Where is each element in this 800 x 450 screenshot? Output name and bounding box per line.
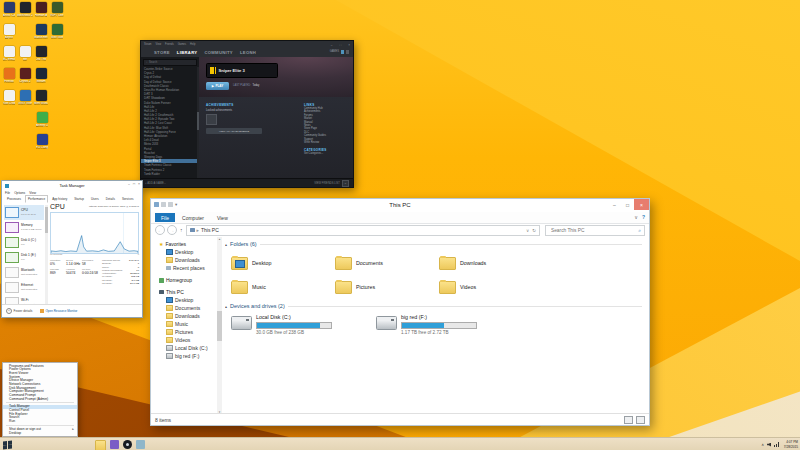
desktop-icon[interactable]: BioShock 2 xyxy=(17,2,33,23)
collapse-group-icon[interactable]: ▴ xyxy=(225,242,227,247)
drive-tile[interactable]: Local Disk (C:) 30.0 GB free of 238 GB xyxy=(231,314,332,335)
nav-homegroup[interactable]: Homegroup xyxy=(151,276,217,284)
tm-tab[interactable]: Details xyxy=(103,195,118,203)
close-icon[interactable]: × xyxy=(348,43,350,47)
desktop-icon[interactable]: Abject xyxy=(1,24,17,45)
folder-tile[interactable]: Desktop xyxy=(231,251,335,275)
list-view-icon[interactable] xyxy=(346,50,350,54)
desktop-icon[interactable]: Dia Trol xyxy=(33,46,49,67)
add-game-button[interactable]: + ADD A GAME... xyxy=(145,182,166,185)
tm-tab[interactable]: Performance xyxy=(25,195,48,203)
desktop-icon[interactable]: EU Lang xyxy=(34,134,50,155)
collapse-group-icon[interactable]: ▴ xyxy=(225,304,227,309)
desktop-icon[interactable]: RIFT Lite xyxy=(49,2,65,23)
winx-menu-item[interactable]: Shut down or sign out xyxy=(3,428,77,432)
resource-monitor-link[interactable]: Open Resource Monitor xyxy=(40,309,77,313)
nav-item[interactable]: Desktop xyxy=(151,296,217,304)
help-icon[interactable]: ? xyxy=(642,214,645,220)
steam-menu-item[interactable]: Games xyxy=(178,43,186,46)
nav-item[interactable]: Downloads xyxy=(151,312,217,320)
drive-tile[interactable]: big red (F:) 1.17 TB free of 2.72 TB xyxy=(376,314,477,335)
desktop-icon[interactable]: Mini Wiza xyxy=(33,90,49,111)
folder-tile[interactable]: Documents xyxy=(335,251,439,275)
steam-menu-item[interactable]: Steam xyxy=(144,43,152,46)
steam-menu-item[interactable]: View xyxy=(156,43,162,46)
tm-tab[interactable]: Users xyxy=(88,195,102,203)
minimize-icon[interactable]: – xyxy=(331,43,333,47)
set-categories-link[interactable]: Set Categories... xyxy=(304,152,350,155)
winx-menu-item[interactable]: Run xyxy=(3,420,77,424)
nav-item[interactable]: Recent places xyxy=(151,264,217,272)
nav-item[interactable]: Documents xyxy=(151,304,217,312)
steam-nav-item[interactable]: LEONH xyxy=(240,50,256,55)
tm-sidebar-item[interactable]: Bluetooth Not connected xyxy=(4,265,44,280)
taskbar-steam-icon[interactable] xyxy=(123,440,132,449)
close-icon[interactable]: × xyxy=(138,182,140,186)
ribbon-tab[interactable]: Computer xyxy=(176,213,210,222)
minimize-icon[interactable]: – xyxy=(608,199,621,210)
nav-scrollbar[interactable]: ▴ ▾ xyxy=(217,237,222,414)
folder-tile[interactable]: Music xyxy=(231,275,335,299)
start-button[interactable] xyxy=(3,440,12,449)
close-icon[interactable]: × xyxy=(634,199,649,210)
fewer-details-button[interactable]: « Fewer details xyxy=(6,308,32,314)
minimize-icon[interactable]: – xyxy=(128,182,130,186)
nav-item[interactable]: Music xyxy=(151,320,217,328)
folder-tile[interactable]: Downloads xyxy=(439,251,543,275)
tray-expand-icon[interactable]: ∧ xyxy=(761,442,764,447)
tm-tab[interactable]: App history xyxy=(49,195,70,203)
back-button[interactable]: ← xyxy=(155,225,165,235)
steam-menu-item[interactable]: Help xyxy=(190,43,195,46)
maximize-icon[interactable]: □ xyxy=(339,43,341,47)
folders-group-header[interactable]: ▴ Folders (6) xyxy=(225,239,648,249)
winx-menu-item[interactable]: Desktop xyxy=(3,432,77,436)
tm-sidebar-item[interactable]: CPU 0% 1.14 GHz xyxy=(4,205,44,220)
nav-this-pc[interactable]: This PC xyxy=(151,288,217,296)
desktop-icon[interactable]: Steam xyxy=(33,68,49,89)
desktop-icon[interactable]: Battle.net xyxy=(33,24,49,45)
tm-sidebar-item[interactable]: Memory 1.6/16.0 GB (10%) xyxy=(4,220,44,235)
view-achievements-button[interactable]: VIEW ALL ACHIEVEMENTS xyxy=(206,128,262,134)
network-icon[interactable] xyxy=(774,442,779,447)
ribbon-tab[interactable]: File xyxy=(155,213,175,222)
maximize-icon[interactable]: □ xyxy=(133,182,135,186)
search-input[interactable] xyxy=(549,227,628,234)
tm-tab[interactable]: Startup xyxy=(71,195,87,203)
tm-scrollbar[interactable] xyxy=(45,205,48,304)
forward-button[interactable]: → xyxy=(167,225,177,235)
thumbnail-view-icon[interactable] xyxy=(636,416,645,424)
devices-group-header[interactable]: ▴ Devices and drives (2) xyxy=(225,301,648,311)
desktop-icon[interactable]: Arctic Co xyxy=(1,2,17,23)
breadcrumb-arrow-icon[interactable]: ▸ xyxy=(197,227,200,233)
steam-nav-item[interactable]: STORE xyxy=(154,50,170,55)
desktop-icon[interactable]: BC Emul xyxy=(1,46,17,67)
desktop-icon[interactable]: Hitman A xyxy=(33,2,49,23)
nav-item[interactable]: Downloads xyxy=(151,256,217,264)
folder-tile[interactable]: Pictures xyxy=(335,275,439,299)
nav-item[interactable]: Local Disk (C:) xyxy=(151,344,217,352)
taskbar-app-icon[interactable] xyxy=(110,440,119,449)
steam-search-box[interactable]: ⌕ Search xyxy=(143,59,197,66)
folder-tile[interactable]: Videos xyxy=(439,275,543,299)
play-button[interactable]: ▶ PLAY xyxy=(206,82,229,90)
winx-menu-item[interactable]: Command Prompt (Admin) xyxy=(3,398,77,402)
up-button[interactable]: ↑ xyxy=(180,227,183,233)
breadcrumb[interactable]: This PC xyxy=(201,227,219,233)
refresh-icon[interactable]: ↻ xyxy=(532,228,536,233)
address-bar[interactable]: ▸ This PC ∨ ↻ xyxy=(186,225,541,236)
tm-sidebar-item[interactable]: Wi-Fi Not connected xyxy=(4,295,44,304)
desktop-icon[interactable]: Wolf Illus xyxy=(49,24,65,45)
steam-nav-item[interactable]: COMMUNITY xyxy=(204,50,233,55)
view-friends-button[interactable]: VIEW FRIENDS LIST xyxy=(314,182,340,185)
nav-item[interactable]: Pictures xyxy=(151,328,217,336)
steam-titlebar[interactable]: SteamViewFriendsGamesHelp – □ × xyxy=(141,41,353,48)
desktop-icon[interactable]: Crysis 2 xyxy=(17,68,33,89)
tm-sidebar-item[interactable]: Disk 1 (E:) 0% xyxy=(4,250,44,265)
steam-nav-item[interactable]: LIBRARY xyxy=(177,50,198,55)
address-dropdown-icon[interactable]: ∨ xyxy=(526,228,529,233)
desktop-icon[interactable]: Firefox xyxy=(1,68,17,89)
desktop-icon[interactable]: Riot Dod xyxy=(1,90,17,111)
desktop-icon[interactable]: owl xyxy=(17,46,33,67)
taskbar-app-icon[interactable] xyxy=(136,440,145,449)
desktop-icon[interactable]: Affinity D xyxy=(34,112,50,133)
